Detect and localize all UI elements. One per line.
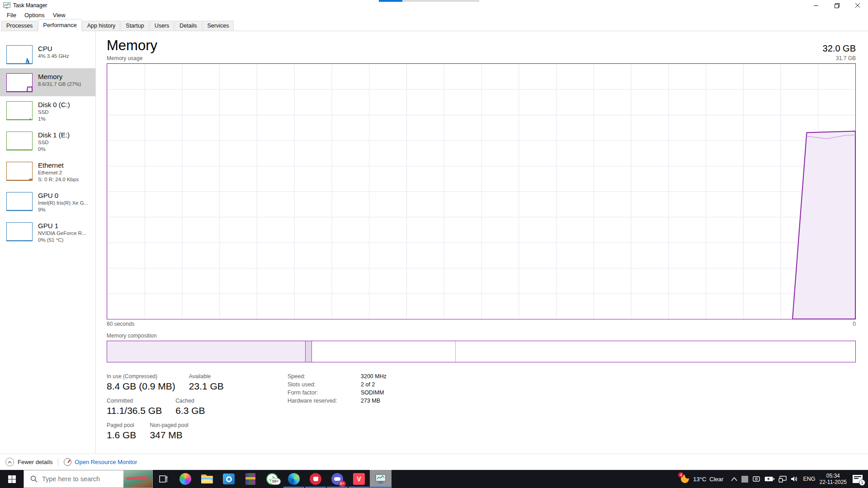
sidebar-ethernet-rates: S: 0 R: 24.0 Kbps bbox=[38, 176, 79, 183]
memory-detail-pane: Memory 32.0 GB Memory usage 31.7 GB 60 s… bbox=[96, 31, 868, 454]
menu-file[interactable]: File bbox=[3, 11, 20, 19]
copilot-icon bbox=[179, 473, 191, 485]
clock-date: 22-11-2025 bbox=[820, 479, 847, 485]
sidebar-item-gpu1[interactable]: GPU 1 NVIDIA GeForce R... 0% (51 °C) bbox=[0, 217, 95, 248]
sidebar-memory-stats: 8.6/31.7 GB (27%) bbox=[38, 81, 81, 88]
detail-slots-label: Slots used: bbox=[288, 381, 354, 388]
red-media-app-button[interactable] bbox=[305, 470, 326, 488]
composition-standby bbox=[312, 341, 456, 362]
detail-form-factor-label: Form factor: bbox=[288, 389, 354, 396]
composition-free bbox=[456, 341, 855, 362]
volume-icon[interactable] bbox=[791, 476, 799, 482]
restore-button[interactable] bbox=[826, 0, 847, 11]
file-explorer-app-button[interactable] bbox=[196, 470, 218, 488]
weather-widget[interactable]: 4 13°C Clear bbox=[680, 474, 723, 484]
tab-users[interactable]: Users bbox=[150, 21, 175, 31]
total-memory: 32.0 GB bbox=[823, 43, 856, 54]
detail-slots-value: 2 of 2 bbox=[361, 381, 387, 388]
tab-details[interactable]: Details bbox=[175, 21, 202, 31]
memory-usage-graph bbox=[107, 63, 856, 319]
taskbar-search-box[interactable] bbox=[24, 470, 153, 488]
task-manager-taskbar-button[interactable] bbox=[370, 470, 392, 488]
windows-logo-icon bbox=[8, 475, 16, 483]
tab-processes[interactable]: Processes bbox=[1, 21, 38, 31]
status-footer: Fewer details Open Resource Monitor bbox=[0, 454, 868, 470]
notification-center-icon[interactable]: 1 bbox=[853, 475, 863, 483]
notification-badge: 1 bbox=[859, 479, 865, 486]
stat-paged-pool: Paged pool 1.6 GB bbox=[107, 422, 136, 441]
game-center-icon: 9+ bbox=[331, 473, 343, 485]
winrar-icon bbox=[245, 473, 255, 485]
sidebar-ethernet-title: Ethernet bbox=[38, 161, 79, 169]
language-indicator[interactable]: ENG bbox=[803, 476, 815, 482]
task-manager-icon bbox=[375, 474, 386, 484]
open-resource-monitor-link[interactable]: Open Resource Monitor bbox=[64, 458, 137, 466]
tab-app-history[interactable]: App history bbox=[82, 21, 121, 31]
whatsapp-icon: 99+ bbox=[266, 473, 278, 485]
tray-chevron-up-icon[interactable] bbox=[731, 477, 737, 481]
sidebar-gpu1-title: GPU 1 bbox=[38, 221, 86, 230]
whatsapp-app-button[interactable]: 99+ bbox=[261, 470, 283, 488]
battery-icon[interactable] bbox=[764, 476, 774, 482]
memory-stats: In use (Compressed) 8.4 GB (0.9 MB) Avai… bbox=[107, 373, 283, 446]
whatsapp-badge: 99+ bbox=[270, 478, 281, 485]
chevron-up-circle-icon bbox=[5, 458, 14, 466]
sidebar-item-cpu[interactable]: CPU 4% 3.45 GHz bbox=[0, 40, 95, 68]
sidebar-item-ethernet[interactable]: Ethernet Ethernet 2 S: 0 R: 24.0 Kbps bbox=[0, 157, 95, 187]
time-axis-zero: 0 bbox=[853, 321, 856, 327]
edge-icon bbox=[288, 473, 300, 485]
task-manager-app-icon bbox=[3, 2, 10, 9]
page-title: Memory bbox=[107, 38, 157, 54]
sidebar-cpu-stats: 4% 3.45 GHz bbox=[38, 53, 69, 60]
background-window-strip-gray bbox=[402, 0, 479, 2]
start-button[interactable] bbox=[0, 470, 24, 488]
clock-widget[interactable]: 05:34 22-11-2025 bbox=[820, 473, 847, 485]
close-button[interactable] bbox=[847, 0, 868, 11]
outlook-icon bbox=[223, 474, 235, 484]
tab-services[interactable]: Services bbox=[203, 21, 234, 31]
detail-hw-reserved-value: 273 MB bbox=[361, 398, 387, 404]
winrar-app-button[interactable] bbox=[240, 470, 261, 488]
tab-startup[interactable]: Startup bbox=[121, 21, 149, 31]
sidebar-cpu-title: CPU bbox=[38, 44, 69, 53]
sidebar-item-disk0[interactable]: Disk 0 (C:) SSD 1% bbox=[0, 96, 95, 127]
stat-in-use: In use (Compressed) 8.4 GB (0.9 MB) bbox=[107, 373, 175, 392]
weather-condition: Clear bbox=[709, 476, 723, 483]
search-icon bbox=[30, 475, 38, 483]
sidebar-gpu1-name: NVIDIA GeForce R... bbox=[38, 230, 86, 237]
footer-divider bbox=[58, 458, 58, 466]
sidebar-item-disk1[interactable]: Disk 1 (E:) SSD 0% bbox=[0, 127, 95, 157]
gpu1-mini-graph bbox=[6, 222, 33, 241]
menu-view[interactable]: View bbox=[49, 11, 70, 19]
time-axis-label: 60 seconds bbox=[107, 321, 134, 327]
fewer-details-button[interactable]: Fewer details bbox=[5, 458, 52, 466]
background-window-strip-blue bbox=[379, 0, 402, 2]
sidebar-gpu1-usage: 0% (51 °C) bbox=[38, 237, 86, 244]
tray-cast-icon[interactable] bbox=[752, 475, 760, 483]
tab-performance[interactable]: Performance bbox=[38, 19, 81, 31]
gpu0-mini-graph bbox=[6, 192, 33, 211]
detail-speed-label: Speed: bbox=[288, 373, 354, 380]
tray-square-icon[interactable] bbox=[741, 476, 748, 483]
weather-temp: 13°C bbox=[693, 476, 706, 483]
composition-in-use bbox=[107, 341, 306, 362]
search-input[interactable] bbox=[42, 475, 114, 483]
file-explorer-icon bbox=[201, 474, 213, 483]
edge-app-button[interactable] bbox=[283, 470, 305, 488]
outlook-app-button[interactable] bbox=[218, 470, 240, 488]
task-view-button[interactable] bbox=[153, 470, 175, 488]
game-center-app-button[interactable]: 9+ bbox=[326, 470, 348, 488]
copilot-app-button[interactable] bbox=[175, 470, 196, 488]
sidebar-item-memory[interactable]: Memory 8.6/31.7 GB (27%) bbox=[0, 68, 95, 96]
valorant-icon: V bbox=[353, 473, 365, 485]
sidebar-disk1-usage: 0% bbox=[38, 146, 70, 153]
composition-modified bbox=[306, 341, 312, 362]
valorant-app-button[interactable]: V bbox=[348, 470, 370, 488]
network-icon[interactable] bbox=[778, 476, 787, 483]
menu-options[interactable]: Options bbox=[20, 11, 49, 19]
memory-composition-label: Memory composition bbox=[107, 333, 856, 339]
minimize-button[interactable] bbox=[806, 0, 826, 11]
search-highlight-image[interactable] bbox=[123, 470, 152, 488]
window-title: Task Manager bbox=[13, 2, 47, 9]
sidebar-item-gpu0[interactable]: GPU 0 Intel(R) Iris(R) Xe G... 9% bbox=[0, 187, 95, 217]
